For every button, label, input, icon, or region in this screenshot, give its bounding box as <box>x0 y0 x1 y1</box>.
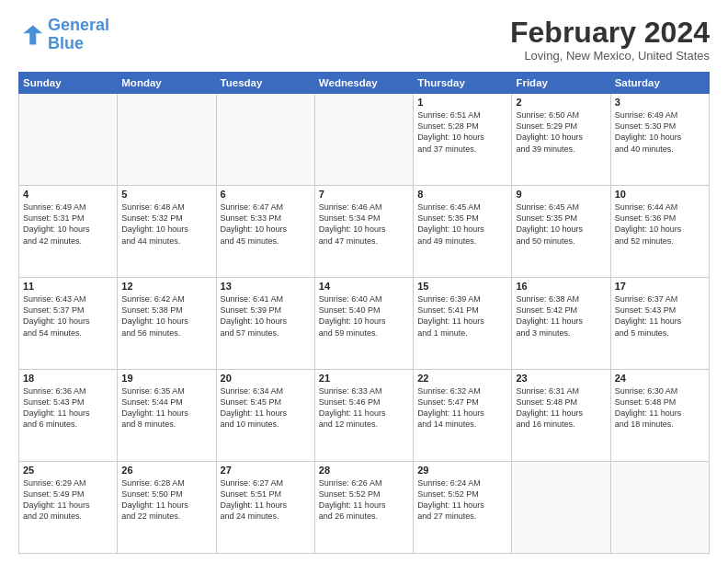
day-info: Sunrise: 6:28 AM Sunset: 5:50 PM Dayligh… <box>121 477 211 523</box>
weekday-header-cell: Sunday <box>19 73 118 94</box>
calendar-day-cell <box>19 94 118 186</box>
day-info: Sunrise: 6:51 AM Sunset: 5:28 PM Dayligh… <box>417 109 507 155</box>
day-number: 3 <box>615 97 705 108</box>
calendar-day-cell: 22Sunrise: 6:32 AM Sunset: 5:47 PM Dayli… <box>414 370 512 462</box>
page: General Blue February 2024 Loving, New M… <box>0 0 728 563</box>
day-info: Sunrise: 6:43 AM Sunset: 5:37 PM Dayligh… <box>23 293 113 339</box>
calendar-table: SundayMondayTuesdayWednesdayThursdayFrid… <box>18 72 710 554</box>
calendar-day-cell: 17Sunrise: 6:37 AM Sunset: 5:43 PM Dayli… <box>610 278 709 370</box>
calendar-week-row: 18Sunrise: 6:36 AM Sunset: 5:43 PM Dayli… <box>19 370 710 462</box>
calendar-day-cell: 7Sunrise: 6:46 AM Sunset: 5:34 PM Daylig… <box>314 186 413 278</box>
day-number: 27 <box>221 465 311 476</box>
calendar-day-cell: 12Sunrise: 6:42 AM Sunset: 5:38 PM Dayli… <box>118 278 216 370</box>
calendar-day-cell: 6Sunrise: 6:47 AM Sunset: 5:33 PM Daylig… <box>216 186 314 278</box>
day-number: 19 <box>121 373 211 384</box>
day-number: 7 <box>319 189 409 200</box>
day-info: Sunrise: 6:50 AM Sunset: 5:29 PM Dayligh… <box>516 109 606 155</box>
location: Loving, New Mexico, United States <box>510 49 710 63</box>
calendar-week-row: 25Sunrise: 6:29 AM Sunset: 5:49 PM Dayli… <box>19 462 710 554</box>
day-info: Sunrise: 6:46 AM Sunset: 5:34 PM Dayligh… <box>319 201 409 247</box>
day-info: Sunrise: 6:30 AM Sunset: 5:48 PM Dayligh… <box>615 385 705 431</box>
day-number: 9 <box>516 189 606 200</box>
calendar-day-cell: 27Sunrise: 6:27 AM Sunset: 5:51 PM Dayli… <box>216 462 314 554</box>
weekday-header-cell: Friday <box>512 73 610 94</box>
calendar-day-cell <box>118 94 216 186</box>
day-info: Sunrise: 6:31 AM Sunset: 5:48 PM Dayligh… <box>516 385 606 431</box>
day-number: 20 <box>221 373 311 384</box>
title-block: February 2024 Loving, New Mexico, United… <box>510 17 710 63</box>
calendar-day-cell: 16Sunrise: 6:38 AM Sunset: 5:42 PM Dayli… <box>512 278 610 370</box>
calendar-day-cell: 21Sunrise: 6:33 AM Sunset: 5:46 PM Dayli… <box>314 370 413 462</box>
day-number: 13 <box>221 281 311 292</box>
day-number: 6 <box>221 189 311 200</box>
day-info: Sunrise: 6:35 AM Sunset: 5:44 PM Dayligh… <box>121 385 211 431</box>
day-info: Sunrise: 6:34 AM Sunset: 5:45 PM Dayligh… <box>221 385 311 431</box>
weekday-header-cell: Wednesday <box>314 73 413 94</box>
day-info: Sunrise: 6:38 AM Sunset: 5:42 PM Dayligh… <box>516 293 606 339</box>
calendar-day-cell: 9Sunrise: 6:45 AM Sunset: 5:35 PM Daylig… <box>512 186 610 278</box>
calendar-day-cell: 25Sunrise: 6:29 AM Sunset: 5:49 PM Dayli… <box>19 462 118 554</box>
day-info: Sunrise: 6:45 AM Sunset: 5:35 PM Dayligh… <box>516 201 606 247</box>
calendar-day-cell: 8Sunrise: 6:45 AM Sunset: 5:35 PM Daylig… <box>414 186 512 278</box>
day-number: 17 <box>615 281 705 292</box>
day-number: 4 <box>23 189 113 200</box>
calendar-week-row: 4Sunrise: 6:49 AM Sunset: 5:31 PM Daylig… <box>19 186 710 278</box>
svg-marker-0 <box>23 25 42 44</box>
calendar-day-cell: 1Sunrise: 6:51 AM Sunset: 5:28 PM Daylig… <box>414 94 512 186</box>
day-info: Sunrise: 6:48 AM Sunset: 5:32 PM Dayligh… <box>121 201 211 247</box>
day-info: Sunrise: 6:49 AM Sunset: 5:30 PM Dayligh… <box>615 109 705 155</box>
day-info: Sunrise: 6:33 AM Sunset: 5:46 PM Dayligh… <box>319 385 409 431</box>
day-info: Sunrise: 6:47 AM Sunset: 5:33 PM Dayligh… <box>221 201 311 247</box>
day-info: Sunrise: 6:37 AM Sunset: 5:43 PM Dayligh… <box>615 293 705 339</box>
logo-line1: General <box>48 16 109 34</box>
calendar-day-cell <box>512 462 610 554</box>
day-info: Sunrise: 6:36 AM Sunset: 5:43 PM Dayligh… <box>23 385 113 431</box>
calendar-day-cell: 19Sunrise: 6:35 AM Sunset: 5:44 PM Dayli… <box>118 370 216 462</box>
day-number: 16 <box>516 281 606 292</box>
calendar-day-cell <box>610 462 709 554</box>
day-info: Sunrise: 6:45 AM Sunset: 5:35 PM Dayligh… <box>417 201 507 247</box>
day-number: 8 <box>417 189 507 200</box>
day-number: 12 <box>121 281 211 292</box>
calendar-day-cell: 26Sunrise: 6:28 AM Sunset: 5:50 PM Dayli… <box>118 462 216 554</box>
calendar-day-cell: 3Sunrise: 6:49 AM Sunset: 5:30 PM Daylig… <box>610 94 709 186</box>
calendar-day-cell: 29Sunrise: 6:24 AM Sunset: 5:52 PM Dayli… <box>414 462 512 554</box>
day-info: Sunrise: 6:49 AM Sunset: 5:31 PM Dayligh… <box>23 201 113 247</box>
day-info: Sunrise: 6:40 AM Sunset: 5:40 PM Dayligh… <box>319 293 409 339</box>
calendar-day-cell: 13Sunrise: 6:41 AM Sunset: 5:39 PM Dayli… <box>216 278 314 370</box>
calendar-day-cell: 4Sunrise: 6:49 AM Sunset: 5:31 PM Daylig… <box>19 186 118 278</box>
weekday-header-cell: Saturday <box>610 73 709 94</box>
month-title: February 2024 <box>510 17 710 49</box>
day-info: Sunrise: 6:29 AM Sunset: 5:49 PM Dayligh… <box>23 477 113 523</box>
day-number: 5 <box>121 189 211 200</box>
day-info: Sunrise: 6:42 AM Sunset: 5:38 PM Dayligh… <box>121 293 211 339</box>
day-number: 1 <box>417 97 507 108</box>
calendar-day-cell: 24Sunrise: 6:30 AM Sunset: 5:48 PM Dayli… <box>610 370 709 462</box>
calendar-day-cell: 5Sunrise: 6:48 AM Sunset: 5:32 PM Daylig… <box>118 186 216 278</box>
header: General Blue February 2024 Loving, New M… <box>18 17 710 63</box>
calendar-day-cell: 15Sunrise: 6:39 AM Sunset: 5:41 PM Dayli… <box>414 278 512 370</box>
weekday-header-cell: Monday <box>118 73 216 94</box>
day-number: 11 <box>23 281 113 292</box>
day-number: 2 <box>516 97 606 108</box>
day-number: 21 <box>319 373 409 384</box>
calendar-day-cell: 2Sunrise: 6:50 AM Sunset: 5:29 PM Daylig… <box>512 94 610 186</box>
weekday-header-cell: Thursday <box>414 73 512 94</box>
day-number: 26 <box>121 465 211 476</box>
logo-line2: Blue <box>48 35 109 53</box>
day-number: 14 <box>319 281 409 292</box>
calendar-week-row: 1Sunrise: 6:51 AM Sunset: 5:28 PM Daylig… <box>19 94 710 186</box>
logo-icon <box>18 22 44 48</box>
weekday-header-cell: Tuesday <box>216 73 314 94</box>
day-number: 24 <box>615 373 705 384</box>
calendar-day-cell: 10Sunrise: 6:44 AM Sunset: 5:36 PM Dayli… <box>610 186 709 278</box>
calendar-day-cell: 14Sunrise: 6:40 AM Sunset: 5:40 PM Dayli… <box>314 278 413 370</box>
day-number: 18 <box>23 373 113 384</box>
calendar-day-cell <box>314 94 413 186</box>
calendar-day-cell: 28Sunrise: 6:26 AM Sunset: 5:52 PM Dayli… <box>314 462 413 554</box>
calendar-week-row: 11Sunrise: 6:43 AM Sunset: 5:37 PM Dayli… <box>19 278 710 370</box>
logo-text: General Blue <box>48 17 109 53</box>
day-number: 15 <box>417 281 507 292</box>
day-info: Sunrise: 6:41 AM Sunset: 5:39 PM Dayligh… <box>221 293 311 339</box>
calendar-day-cell: 23Sunrise: 6:31 AM Sunset: 5:48 PM Dayli… <box>512 370 610 462</box>
